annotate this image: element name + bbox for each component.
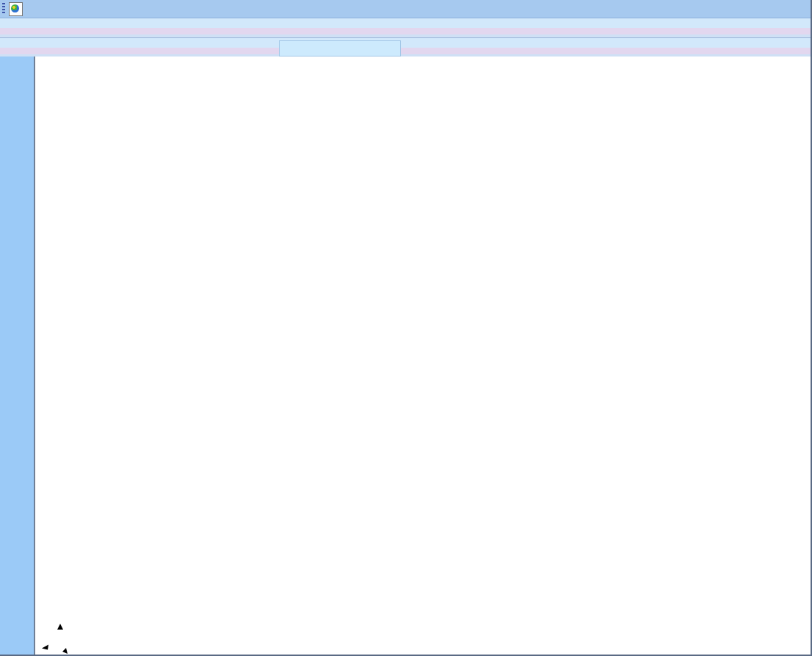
main-toolbar bbox=[0, 18, 811, 38]
axis-triad bbox=[42, 624, 68, 654]
y-axis-arrow bbox=[62, 648, 68, 654]
menu-bar bbox=[0, 0, 811, 18]
x-axis-arrow bbox=[42, 645, 48, 650]
z-axis-arrow bbox=[57, 624, 63, 630]
scene-overlay bbox=[35, 57, 812, 656]
app-icon[interactable] bbox=[9, 2, 23, 16]
menu-grip[interactable] bbox=[2, 3, 5, 15]
empty-toolbar-dock bbox=[279, 40, 401, 57]
left-dock-panel bbox=[0, 57, 35, 656]
3d-viewport[interactable] bbox=[35, 57, 812, 656]
display-toolbar-row bbox=[0, 38, 811, 58]
app-window bbox=[0, 0, 812, 656]
x-axis-line bbox=[47, 645, 60, 647]
